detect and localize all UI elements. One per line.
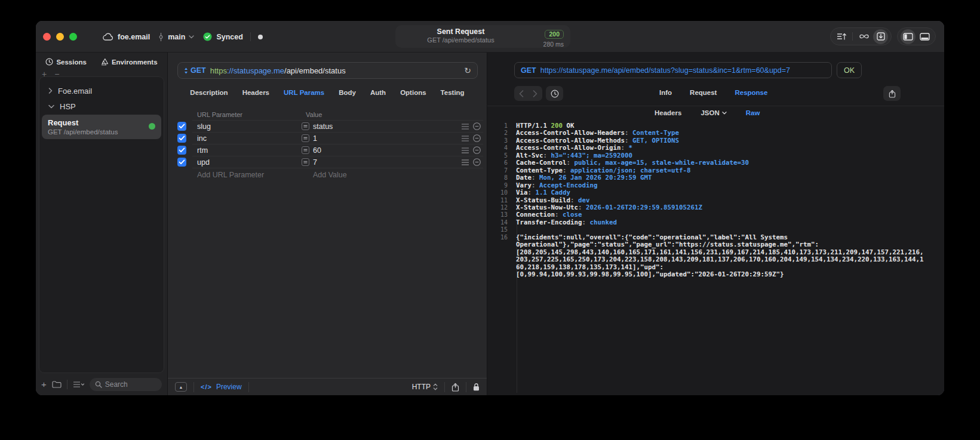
resend-icon[interactable]: ↻: [464, 66, 471, 75]
remove-param-icon[interactable]: [473, 134, 481, 142]
request-panel: GET https://statuspage.me/api/embed/stat…: [168, 53, 487, 395]
request-tab[interactable]: URL Params: [284, 89, 324, 96]
request-tab[interactable]: Options: [400, 89, 426, 96]
url-host[interactable]: ://statuspage.me: [227, 66, 284, 75]
tab-request[interactable]: Request: [690, 89, 717, 96]
equals-icon: [302, 146, 309, 154]
toolbar-separator: [852, 32, 853, 41]
search-icon: [95, 381, 102, 388]
bottom-panel-toggle-icon[interactable]: [917, 29, 932, 44]
add-url-parameter[interactable]: Add URL Parameter: [197, 171, 264, 179]
cloud-icon: [103, 33, 113, 41]
sync-loop-icon[interactable]: [856, 29, 871, 44]
subtab-json[interactable]: JSON: [701, 109, 726, 116]
export-response-button[interactable]: [883, 86, 901, 101]
param-key[interactable]: inc: [197, 134, 207, 143]
param-value[interactable]: 60: [313, 146, 321, 155]
new-folder-icon[interactable]: [52, 380, 62, 388]
tree-group-foe-email[interactable]: Foe.email: [39, 83, 164, 99]
url-path[interactable]: /api/embed/status: [284, 66, 346, 75]
protocol-stepper-icon[interactable]: [433, 383, 438, 390]
zoom-button[interactable]: [69, 33, 77, 41]
request-list-item[interactable]: Request GET /api/embed/status: [42, 115, 161, 139]
param-options-icon[interactable]: [462, 147, 469, 153]
tab-sessions[interactable]: Sessions: [45, 58, 87, 66]
subtab-headers[interactable]: Headers: [655, 109, 681, 116]
request-method[interactable]: GET: [191, 66, 206, 75]
param-options-icon[interactable]: [462, 124, 469, 130]
sent-request-title: Sent Request: [395, 27, 526, 36]
param-checkbox[interactable]: [177, 146, 186, 155]
close-button[interactable]: [43, 33, 51, 41]
request-tab[interactable]: Description: [190, 89, 228, 96]
protocol-select[interactable]: HTTP: [412, 383, 431, 391]
url-scheme[interactable]: https: [210, 66, 227, 75]
collapse-panel-button[interactable]: ▲: [175, 382, 187, 392]
tab-sessions-label: Sessions: [56, 59, 87, 66]
method-stepper-icon[interactable]: [184, 67, 188, 74]
lock-icon[interactable]: [473, 383, 480, 391]
share-icon[interactable]: [451, 383, 459, 392]
remove-param-icon[interactable]: [473, 146, 481, 154]
param-options-icon[interactable]: [462, 159, 469, 165]
sessions-panel: Foe.email HSP Request GET /api/embed/sta…: [39, 76, 164, 373]
chevron-down-icon[interactable]: [189, 35, 194, 39]
preview-button[interactable]: Preview: [216, 383, 242, 391]
param-value[interactable]: status: [313, 122, 333, 131]
param-checkbox[interactable]: [177, 122, 186, 131]
request-tab[interactable]: Auth: [370, 89, 386, 96]
chevron-down-icon: [722, 112, 727, 115]
request-duration: 280 ms: [543, 41, 564, 48]
request-tab[interactable]: Body: [339, 89, 356, 96]
response-method: GET: [521, 66, 536, 75]
branch-name[interactable]: main: [168, 33, 185, 41]
param-value[interactable]: 7: [313, 158, 317, 167]
param-value[interactable]: 1: [313, 134, 317, 143]
add-value[interactable]: Add Value: [313, 171, 347, 179]
equals-icon: [302, 122, 309, 130]
param-key[interactable]: slug: [197, 122, 211, 131]
chevron-right-icon: [48, 88, 53, 94]
sort-export-icon[interactable]: [834, 29, 849, 44]
remove-param-icon[interactable]: [473, 158, 481, 166]
param-key[interactable]: rtm: [197, 146, 208, 155]
footer-separator: [466, 382, 466, 392]
forward-icon[interactable]: [533, 90, 537, 97]
search-input[interactable]: Search: [90, 378, 162, 391]
sent-request-pill[interactable]: Sent Request GET /api/embed/status 200 2…: [395, 25, 570, 48]
history-clock-button[interactable]: [546, 86, 563, 101]
list-options-icon[interactable]: [73, 381, 84, 388]
param-checkbox[interactable]: [177, 134, 186, 143]
response-full-url: https://statuspage.me/api/embed/status?s…: [540, 66, 790, 75]
request-tab[interactable]: Headers: [242, 89, 269, 96]
tab-response[interactable]: Response: [735, 89, 767, 96]
param-checkbox[interactable]: [177, 158, 186, 167]
toolbar-group-panels: [897, 27, 936, 45]
divider: [487, 106, 944, 106]
add-request-button[interactable]: +: [41, 380, 47, 389]
tab-info[interactable]: Info: [659, 89, 672, 96]
minimize-button[interactable]: [56, 33, 64, 41]
param-row: rtm 60: [168, 144, 487, 156]
back-icon[interactable]: [519, 90, 524, 97]
left-sidebar-toggle-icon[interactable]: [901, 29, 916, 44]
branch-icon: [158, 33, 164, 41]
workspace-name[interactable]: foe.email: [118, 33, 150, 41]
import-to-box-icon[interactable]: [873, 29, 888, 44]
footer-separator: [444, 382, 445, 392]
request-url-bar[interactable]: GET https://statuspage.me/api/embed/stat…: [177, 62, 478, 79]
column-value: Value: [306, 111, 322, 118]
param-options-icon[interactable]: [462, 136, 469, 141]
response-url[interactable]: GET https://statuspage.me/api/embed/stat…: [514, 62, 832, 78]
equals-icon: [302, 158, 309, 166]
response-body[interactable]: 1HTTP/1.1 200 OK2Access-Control-Allow-He…: [487, 122, 942, 393]
param-key[interactable]: upd: [197, 158, 210, 167]
tree-group-hsp[interactable]: HSP: [39, 99, 164, 114]
subtab-raw[interactable]: Raw: [746, 109, 760, 116]
equals-icon: [302, 134, 309, 142]
footer-separator: [193, 382, 194, 392]
remove-param-icon[interactable]: [473, 122, 481, 130]
tab-environments[interactable]: Environments: [101, 58, 158, 66]
request-tab[interactable]: Testing: [441, 89, 465, 96]
request-footer: ▲ </> Preview HTTP: [168, 378, 487, 395]
